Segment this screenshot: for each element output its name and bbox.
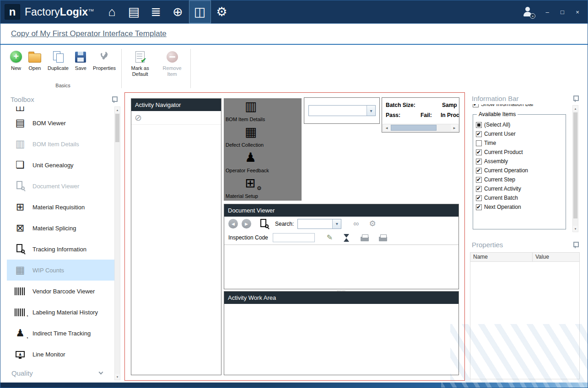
compass-icon[interactable]: ⊕ [167,0,189,23]
back-icon[interactable]: ◀ [228,219,238,229]
toolbox-item-tracking-information[interactable]: Tracking Information [7,239,114,260]
app-logo: n [5,4,20,20]
binoculars-icon[interactable]: ∞ [353,220,359,228]
pin-icon[interactable] [572,241,578,248]
checkbox[interactable] [476,131,482,137]
info-item-next-operation[interactable]: Next Operation [476,202,564,212]
inspection-code-input[interactable] [273,233,315,242]
search-combobox-value [298,219,332,229]
batch-hscrollbar[interactable]: ◀ ▶ [383,124,459,132]
scroll-down-icon[interactable]: ▼ [573,226,578,232]
palette-item-bom-item-details[interactable]: ▥ BOM Item Details [224,98,302,124]
widget-combobox[interactable]: ▾ [308,105,376,116]
maximize-button[interactable]: □ [559,9,566,16]
document-search-icon[interactable] [259,219,269,229]
show-information-bar-row[interactable]: Show Information Bar [473,104,582,110]
scroll-right-icon[interactable]: ▶ [451,124,458,131]
designer-canvas[interactable]: Activity Navigator ⊘ ▥ BOM Item Details … [124,92,465,381]
close-button[interactable]: × [574,9,581,16]
sample-label: Samp [442,102,457,108]
search-combobox[interactable]: ▾ [297,219,341,229]
scroll-down-icon[interactable]: ▼ [115,374,120,380]
checkbox[interactable] [476,195,482,201]
activity-palette[interactable]: ▥ BOM Item Details ▦ Defect Collection ♟… [224,98,302,201]
info-item-current-user[interactable]: Current User [476,129,564,138]
scroll-left-icon[interactable]: ◀ [383,124,390,131]
user-account-icon[interactable]: × [522,6,533,17]
home-icon[interactable]: ⌂ [101,0,123,23]
save-button[interactable]: Save [72,49,90,81]
document-viewer-panel[interactable]: Document Viewer ◀ ▶ Search: ▾ ∞ ⚙ Inspec… [224,204,459,289]
checkbox[interactable] [476,122,482,128]
checkbox[interactable] [476,186,482,192]
info-item-assembly[interactable]: Assembly [476,157,564,166]
print-icon[interactable] [361,234,369,241]
forward-icon[interactable]: ▶ [242,219,251,229]
info-item-current-batch[interactable]: Current Batch [476,193,564,202]
activity-work-area-panel[interactable]: Activity Work Area [224,291,459,375]
settings-gear-icon[interactable]: ⚙ [211,0,233,23]
palette-item-defect-collection[interactable]: ▦ Defect Collection [224,124,302,149]
toolbox-scrollbar[interactable]: ▲ ▼ [114,106,120,380]
open-button[interactable]: Open [25,49,44,81]
data-stack-icon[interactable]: ≣ [145,0,167,23]
duplicate-button[interactable]: Duplicate [44,49,72,81]
new-button[interactable]: New [7,49,25,81]
scroll-up-icon[interactable]: ▲ [115,107,120,113]
dropdown-arrow-icon[interactable]: ▾ [332,219,341,229]
toolbox-item-labeling-material-history[interactable]: ◔ Labeling Material History [7,302,114,323]
print-alt-icon[interactable] [379,234,387,241]
palette-item-operator-feedback[interactable]: ♟ Operator Feedback [224,149,302,175]
dropdown-arrow-icon[interactable]: ▾ [367,106,375,116]
edit-disabled-icon[interactable]: ⊘ [135,112,142,123]
toolbox-item-material-requisition[interactable]: ⊞ Material Requisition [7,197,114,218]
toolbox-item-wip-counts[interactable]: ▦ WIP Counts [7,260,114,281]
scrollbar-thumb[interactable] [115,114,119,142]
pin-icon[interactable] [111,96,117,103]
show-information-bar-checkbox[interactable] [473,104,479,107]
interface-designer-icon[interactable]: ◫ [189,0,211,23]
toolbox-item-vendor-barcode-viewer[interactable]: Vendor Barcode Viewer [7,281,114,302]
checkbox[interactable] [476,149,482,155]
gear-icon[interactable]: ⚙ [369,220,376,228]
checkbox[interactable] [476,168,482,174]
column-header-name[interactable]: Name [470,253,533,261]
toolbox-item-bom-viewer[interactable]: ▤ BOM Viewer [7,112,114,133]
checkbox[interactable] [476,177,482,183]
toolbox-item-line-monitor[interactable]: ♟ Line Monitor [7,344,114,365]
remove-item-button[interactable]: Remove Item [156,49,188,87]
column-header-value[interactable]: Value [533,253,579,261]
checkbox[interactable] [476,159,482,165]
hourglass-icon[interactable] [344,234,350,242]
activity-navigator-header: Activity Navigator [131,99,221,111]
toolbox-section-quality[interactable]: Quality [7,366,114,380]
document-title[interactable]: Copy of My First Operator Interface Temp… [11,29,167,38]
activity-navigator-panel[interactable]: Activity Navigator ⊘ [131,98,221,375]
info-item-time[interactable]: Time [476,138,564,148]
info-item-current-product[interactable]: Current Product [476,148,564,157]
checkbox[interactable] [476,204,482,210]
properties-button[interactable]: Properties [90,49,119,81]
info-item-current-activity[interactable]: Current Activity [476,184,564,193]
mark-as-default-button[interactable]: Mark as Default [124,49,156,87]
toolbox-item-bom-item-details[interactable]: ▥ BOM Item Details [7,133,114,154]
pin-icon[interactable] [572,95,578,102]
templates-icon[interactable]: ▤ [123,0,145,23]
scrollbar-thumb[interactable] [573,112,577,218]
toolbox-item-unit-genealogy[interactable]: ❏ Unit Genealogy [7,154,114,175]
information-bar-scrollbar[interactable]: ▲ ▼ [572,105,578,232]
scroll-up-icon[interactable]: ▲ [573,106,578,112]
checkbox[interactable] [476,140,482,146]
batch-info-panel[interactable]: Batch Size: Samp Pass: Fail: In Proc ◀ ▶ [382,97,459,133]
hscrollbar-thumb[interactable] [391,125,437,131]
info-item-select-all[interactable]: (Select All) [476,120,564,129]
toolbox-item-indirect-time-tracking[interactable]: ♟◔ Indirect Time Tracking [7,323,114,344]
dropdown-widget-panel[interactable]: ▾ [304,97,380,124]
sign-pen-icon[interactable]: ✎ [327,234,333,241]
info-item-current-operation[interactable]: Current Operation [476,166,564,175]
toolbox-item-material-splicing[interactable]: ⊠ Material Splicing [7,218,114,239]
minimize-button[interactable]: – [544,9,551,16]
palette-item-material-setup[interactable]: ⊞ ⚙ Material Setup [224,175,302,201]
toolbox-item-document-viewer[interactable]: Document Viewer [7,175,114,197]
info-item-current-step[interactable]: Current Step [476,175,564,184]
